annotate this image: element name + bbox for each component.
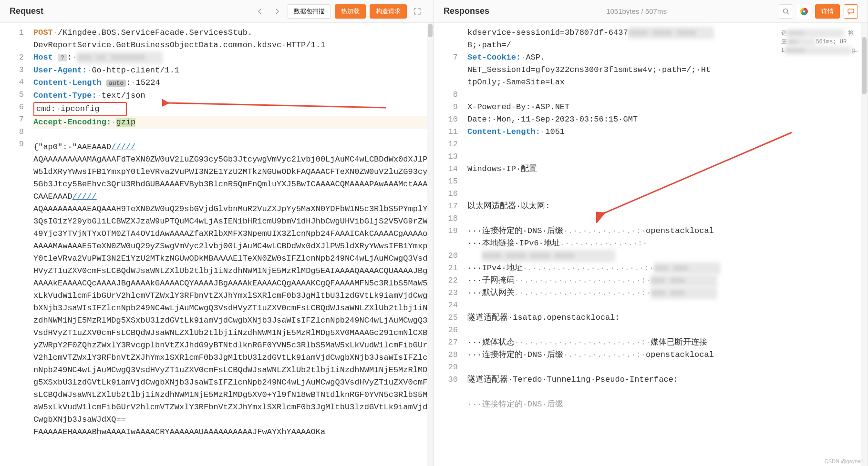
responses-panel: Responses 1051bytes / 507ms 详情 7 8 910 1… [434,0,868,466]
ua-header: User-Agent: [33,66,87,75]
build-request-button[interactable]: 构造请求 [370,4,407,19]
cmd-highlight-box: cmd:·ipconfig [33,102,127,116]
packet-scan-button[interactable]: 数据包扫描 [288,4,331,19]
timing-tooltip: 远xxxxx 将 应xxx561ms; UR Lxxxxxxg… [777,27,863,57]
ipconfig-title: Windows·IP·配置 [467,163,863,175]
adapter-teredo: 隧道适配器·Teredo·Tunneling·Pseudo-Interface: [467,374,863,386]
request-scrollbar[interactable] [427,23,434,466]
adapter-ethernet: 以太网适配器·以太网: [467,200,863,213]
request-body-3: FAAAAAEHAAAABhwAAAAIwAAAACRYAAAAAAUAAAAA… [33,426,429,438]
request-header: Request 数据包扫描 热加载 构造请求 [0,0,434,23]
svg-line-2 [787,12,789,14]
request-code[interactable]: 1 23 45 67 89 POST·/Kingdee.BOS.ServiceF… [0,23,434,466]
session-redacted: xxxx xxxx xxxx [628,27,714,39]
host-header: Host [33,53,53,62]
resp-cl-header: Content-Length: [467,127,540,136]
watermark: CSDN @gaynell [825,458,863,464]
ipv6-redacted: xxxx xxxx xxxx xxxx [482,250,615,262]
svg-rect-3 [848,9,854,13]
request-title: Request [10,6,43,16]
responses-scrollbar[interactable] [861,23,868,466]
adapter-isatap: 隧道适配器·isatap.openstacklocal: [467,312,863,324]
responses-meta: 1051bytes / 507ms [606,7,667,15]
next-button[interactable] [270,5,284,18]
chat-icon[interactable] [844,4,858,19]
svg-point-1 [783,9,787,13]
hot-reload-button[interactable]: 热加载 [335,4,366,19]
responses-title: Responses [444,6,489,16]
detail-button[interactable]: 详情 [815,4,840,19]
request-body-2: AQAAAAAAAAAEAQAAAH9TeXN0ZW0uQ29sbGVjdGlv… [33,203,429,426]
expand-icon[interactable] [411,5,424,18]
cl-header: Content-Length [33,78,102,87]
host-badge: ? [58,54,67,61]
request-gutter: 1 23 45 67 89 [0,23,33,466]
responses-header: Responses 1051bytes / 507ms 详情 [434,0,868,23]
request-body: AQAAAAAAAAAMAgAAAFdTeXN0ZW0uV2luZG93cy5G… [33,153,429,203]
b64-link[interactable]: ///// [111,142,135,152]
responses-code[interactable]: 7 8 910 1112 1314 1516 1718 19 2021 2223… [434,23,868,466]
host-value-redacted: xxx xx xxxxxxx [77,51,163,64]
auto-badge: auto [106,80,126,87]
ae-header: Accept-Encoding: [33,118,111,127]
set-cookie-header: Set-Cookie: [467,53,521,62]
http-method: POST [33,28,53,37]
prev-button[interactable] [253,5,267,18]
responses-gutter: 7 8 910 1112 1314 1516 1718 19 2021 2223… [434,23,467,466]
request-panel: Request 数据包扫描 热加载 构造请求 1 23 45 67 89 POS… [0,0,434,466]
ct-header: Content-Type: [33,91,97,100]
search-icon[interactable] [779,4,793,19]
ipv4-redacted: xxx xxx [654,262,721,274]
chrome-icon[interactable] [797,4,811,19]
gw-redacted: xxx xxx [651,287,717,299]
mask-redacted: xxx xxx [651,274,717,287]
